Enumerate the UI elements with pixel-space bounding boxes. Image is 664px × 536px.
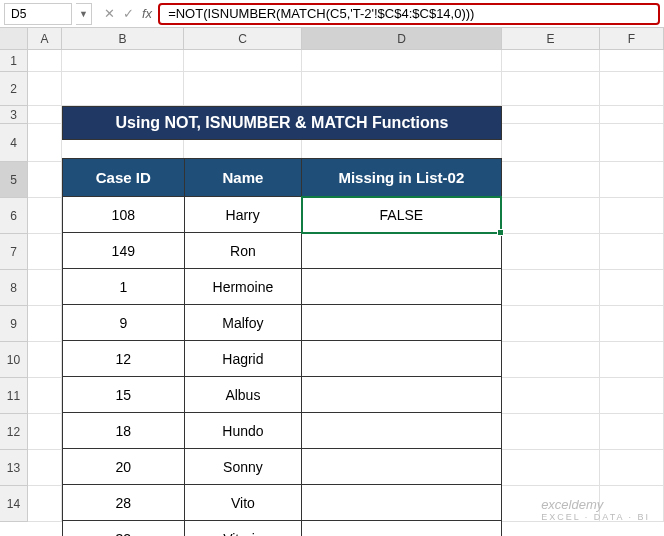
name-cell[interactable]: Vito — [184, 485, 302, 521]
name-box[interactable]: D5 — [4, 3, 72, 25]
missing-cell[interactable] — [302, 449, 501, 485]
missing-cell[interactable] — [302, 233, 501, 269]
col-header-e[interactable]: E — [502, 28, 600, 50]
cell[interactable] — [600, 124, 664, 162]
cell[interactable] — [502, 450, 600, 486]
missing-cell[interactable] — [302, 413, 501, 449]
cell[interactable] — [600, 342, 664, 378]
cell[interactable] — [502, 270, 600, 306]
caseid-cell[interactable]: 9 — [63, 305, 185, 341]
name-cell[interactable]: Sonny — [184, 449, 302, 485]
caseid-cell[interactable]: 12 — [63, 341, 185, 377]
caseid-cell[interactable]: 108 — [63, 197, 185, 233]
row-header-13[interactable]: 13 — [0, 450, 28, 486]
formula-bar[interactable]: =NOT(ISNUMBER(MATCH(C5,'T-2'!$C$4:$C$14,… — [158, 3, 660, 25]
cell[interactable] — [600, 50, 664, 72]
cell[interactable] — [184, 50, 302, 72]
select-all-corner[interactable] — [0, 28, 28, 50]
cell[interactable] — [28, 414, 62, 450]
caseid-cell[interactable]: 18 — [63, 413, 185, 449]
missing-cell[interactable] — [302, 377, 501, 413]
cell[interactable] — [502, 342, 600, 378]
cell[interactable] — [28, 450, 62, 486]
cell[interactable] — [600, 72, 664, 106]
caseid-cell[interactable]: 20 — [63, 449, 185, 485]
col-header-a[interactable]: A — [28, 28, 62, 50]
row-header-14[interactable]: 14 — [0, 486, 28, 522]
cell[interactable] — [62, 50, 184, 72]
cell[interactable] — [28, 306, 62, 342]
cancel-icon[interactable]: ✕ — [104, 6, 115, 21]
cell[interactable] — [184, 72, 302, 106]
col-header-c[interactable]: C — [184, 28, 302, 50]
cell[interactable] — [62, 72, 184, 106]
col-header-b[interactable]: B — [62, 28, 184, 50]
row-header-9[interactable]: 9 — [0, 306, 28, 342]
cell[interactable] — [502, 50, 600, 72]
title-cell[interactable]: Using NOT, ISNUMBER & MATCH Functions — [62, 106, 502, 140]
cell[interactable] — [28, 162, 62, 198]
caseid-cell[interactable]: 32 — [63, 521, 185, 537]
cell[interactable] — [28, 234, 62, 270]
caseid-cell[interactable]: 28 — [63, 485, 185, 521]
caseid-cell[interactable]: 15 — [63, 377, 185, 413]
cell[interactable] — [600, 450, 664, 486]
cell[interactable] — [502, 306, 600, 342]
fill-handle[interactable] — [497, 229, 504, 236]
cell[interactable] — [502, 124, 600, 162]
row-header-4[interactable]: 4 — [0, 124, 28, 162]
missing-cell[interactable] — [302, 341, 501, 377]
cell[interactable] — [502, 234, 600, 270]
cell[interactable] — [502, 378, 600, 414]
row-header-10[interactable]: 10 — [0, 342, 28, 378]
fx-icon[interactable]: fx — [142, 6, 152, 21]
name-box-dropdown[interactable]: ▼ — [76, 3, 92, 25]
row-header-7[interactable]: 7 — [0, 234, 28, 270]
name-cell[interactable]: Malfoy — [184, 305, 302, 341]
name-cell[interactable]: Albus — [184, 377, 302, 413]
cell[interactable] — [600, 270, 664, 306]
cell[interactable] — [28, 486, 62, 522]
cell[interactable] — [600, 198, 664, 234]
name-cell[interactable]: Vitoria — [184, 521, 302, 537]
cell[interactable] — [28, 198, 62, 234]
cell[interactable] — [28, 72, 62, 106]
missing-cell[interactable] — [302, 269, 501, 305]
row-header-3[interactable]: 3 — [0, 106, 28, 124]
name-cell[interactable]: Ron — [184, 233, 302, 269]
cell[interactable] — [502, 72, 600, 106]
col-header-f[interactable]: F — [600, 28, 664, 50]
caseid-cell[interactable]: 149 — [63, 233, 185, 269]
cell[interactable] — [28, 342, 62, 378]
cell[interactable] — [600, 106, 664, 124]
name-cell[interactable]: Hundo — [184, 413, 302, 449]
cell[interactable] — [302, 50, 502, 72]
missing-cell[interactable] — [302, 521, 501, 537]
row-header-5[interactable]: 5 — [0, 162, 28, 198]
row-header-2[interactable]: 2 — [0, 72, 28, 106]
row-header-8[interactable]: 8 — [0, 270, 28, 306]
row-header-12[interactable]: 12 — [0, 414, 28, 450]
cell[interactable] — [600, 378, 664, 414]
row-header-1[interactable]: 1 — [0, 50, 28, 72]
cell[interactable] — [502, 106, 600, 124]
cell[interactable] — [600, 162, 664, 198]
cell[interactable] — [600, 234, 664, 270]
cell[interactable] — [600, 306, 664, 342]
header-name[interactable]: Name — [184, 159, 302, 197]
name-cell[interactable]: Hagrid — [184, 341, 302, 377]
row-header-11[interactable]: 11 — [0, 378, 28, 414]
caseid-cell[interactable]: 1 — [63, 269, 185, 305]
cell[interactable] — [502, 198, 600, 234]
cell[interactable] — [502, 414, 600, 450]
cell[interactable] — [28, 378, 62, 414]
cell[interactable] — [600, 414, 664, 450]
cell[interactable] — [28, 50, 62, 72]
missing-cell[interactable] — [302, 305, 501, 341]
cell[interactable] — [28, 270, 62, 306]
cell[interactable] — [28, 124, 62, 162]
cell[interactable] — [502, 162, 600, 198]
name-cell[interactable]: Harry — [184, 197, 302, 233]
row-header-6[interactable]: 6 — [0, 198, 28, 234]
missing-cell[interactable] — [302, 485, 501, 521]
